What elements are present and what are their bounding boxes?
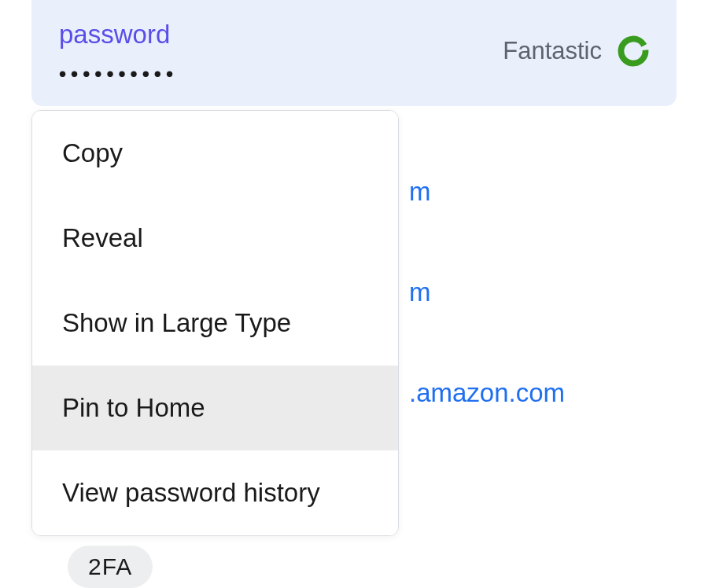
strength-label: Fantastic [503,37,602,65]
password-field-content: password •••••••••• [59,20,178,84]
password-masked-value: •••••••••• [59,64,178,84]
menu-item-reveal[interactable]: Reveal [32,196,398,281]
password-field[interactable]: password •••••••••• Fantastic [31,0,677,106]
menu-item-view-password-history[interactable]: View password history [32,450,398,535]
context-menu: Copy Reveal Show in Large Type Pin to Ho… [31,110,399,536]
menu-item-show-large-type[interactable]: Show in Large Type [32,281,398,366]
tag-2fa[interactable]: 2FA [68,546,153,588]
field-label: password [59,20,178,50]
menu-item-pin-to-home[interactable]: Pin to Home [32,366,398,450]
password-strength: Fantastic [503,35,649,67]
strength-ring-icon [618,35,649,67]
svg-point-0 [620,38,647,64]
menu-item-copy[interactable]: Copy [32,111,398,196]
